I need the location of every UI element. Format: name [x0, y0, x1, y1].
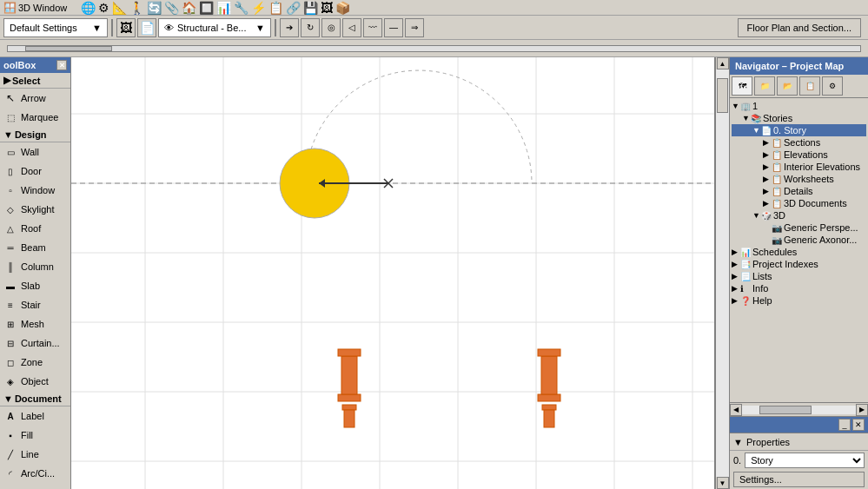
toolbar-btn-arrow[interactable]: ➔ [280, 18, 299, 37]
tool-arrow[interactable]: ↖ Arrow [0, 89, 70, 108]
tool-window[interactable]: ▫ Window [0, 181, 70, 200]
tool-door[interactable]: ▯ Door [0, 162, 70, 181]
toolbar-icon-15[interactable]: 🖼 [321, 1, 333, 15]
nav-tab-map[interactable]: 🗺 [732, 76, 752, 96]
tool-wall[interactable]: ▭ Wall [0, 142, 70, 162]
tree-item-stories[interactable]: ▼ 📚 Stories [732, 112, 866, 124]
toolbar-btn-wave[interactable]: 〰 [363, 18, 382, 37]
nav-tab-folder[interactable]: 📁 [754, 76, 775, 96]
tree-item-story0[interactable]: ▼ 📄 0. Story [732, 124, 866, 136]
settings-button[interactable]: Settings... [733, 472, 865, 487]
schedules-expand[interactable]: ▶ [732, 248, 740, 256]
floor-plan-button[interactable]: Floor Plan and Section... [738, 18, 861, 37]
toolbar-btn-dash[interactable]: — [384, 18, 403, 37]
tree-item-3d-documents[interactable]: ▶ 📋 3D Documents [732, 197, 866, 209]
canvas-vertical-scrollbar[interactable]: ▲ ▼ [715, 57, 729, 489]
tool-roof[interactable]: △ Roof [0, 219, 70, 238]
tool-marquee[interactable]: ⬚ Marquee [0, 108, 70, 127]
tool-slab[interactable]: ▬ Slab [0, 276, 70, 295]
tree-item-generic-persp[interactable]: 📷 Generic Perspe... [732, 221, 866, 234]
zoom-thumb[interactable] [25, 46, 112, 51]
tool-skylight[interactable]: ◇ Skylight [0, 200, 70, 219]
info-expand[interactable]: ▶ [732, 284, 740, 293]
story-dropdown[interactable]: Story [745, 453, 865, 468]
sections-expand[interactable]: ▶ [763, 138, 772, 147]
help-expand[interactable]: ▶ [732, 296, 740, 305]
toolbar-view-btn-2[interactable]: 📄 [137, 18, 156, 37]
tree-item-lists[interactable]: ▶ 📃 Lists [732, 270, 866, 282]
tree-item-elevations[interactable]: ▶ 📋 Elevations [732, 149, 866, 161]
scroll-left-button[interactable]: ◀ [730, 404, 742, 416]
tree-item-project-indexes[interactable]: ▶ 📑 Project Indexes [732, 258, 866, 270]
nav-horizontal-scrollbar[interactable]: ◀ ▶ [730, 402, 868, 416]
root-expand[interactable]: ▼ [732, 102, 740, 110]
toolbar-icon-9[interactable]: 📊 [216, 1, 231, 15]
toolbox-close-button[interactable]: ✕ [56, 60, 67, 70]
toolbar-view-btn-1[interactable]: 🖼 [116, 18, 136, 37]
h-scroll-thumb[interactable] [759, 406, 812, 414]
sub-panel-minimize[interactable]: _ [838, 419, 851, 431]
nav-tab-new[interactable]: 📂 [777, 76, 798, 96]
canvas-area[interactable] [71, 57, 715, 489]
structural-dropdown[interactable]: 👁 Structural - Be... ▼ [158, 18, 271, 37]
design-section[interactable]: ▼ Design [0, 127, 70, 142]
scroll-down-button[interactable]: ▼ [717, 477, 729, 489]
stories-expand[interactable]: ▼ [742, 114, 751, 122]
toolbar-icon-6[interactable]: 📎 [164, 1, 179, 15]
tool-column[interactable]: ║ Column [0, 257, 70, 276]
tree-item-info[interactable]: ▶ ℹ Info [732, 282, 866, 294]
proj-idx-expand[interactable]: ▶ [732, 260, 740, 268]
toolbar-icon-16[interactable]: 📦 [335, 1, 350, 15]
zoom-bar[interactable] [7, 45, 861, 52]
tree-item-root[interactable]: ▼ 🏢 1 [732, 100, 866, 112]
tool-zone[interactable]: ◻ Zone [0, 353, 70, 372]
tool-stair[interactable]: ≡ Stair [0, 295, 70, 314]
tool-mesh[interactable]: ⊞ Mesh [0, 314, 70, 334]
toolbar-btn-left[interactable]: ◁ [342, 18, 361, 37]
h-scroll-track[interactable] [742, 406, 856, 414]
tool-label[interactable]: A Label [0, 406, 70, 426]
toolbar-icon-12[interactable]: 📋 [268, 1, 283, 15]
lists-expand[interactable]: ▶ [732, 272, 740, 281]
toolbar-icon-5[interactable]: 🔄 [147, 1, 162, 15]
3d-expand[interactable]: ▼ [752, 211, 761, 220]
toolbar-icon-11[interactable]: ⚡ [251, 1, 266, 15]
toolbar-btn-snap[interactable]: ◎ [321, 18, 341, 37]
story0-expand[interactable]: ▼ [752, 126, 761, 135]
tool-beam[interactable]: ═ Beam [0, 238, 70, 257]
tool-fill[interactable]: ▪ Fill [0, 426, 70, 445]
tree-area[interactable]: ▼ 🏢 1 ▼ 📚 Stories ▼ 📄 0. Story [730, 98, 868, 402]
tree-item-worksheets[interactable]: ▶ 📋 Worksheets [732, 173, 866, 185]
tree-item-3d[interactable]: ▼ 🎲 3D [732, 209, 866, 221]
tool-line[interactable]: ╱ Line [0, 445, 70, 464]
toolbar-icon-14[interactable]: 💾 [303, 1, 318, 15]
toolbar-icon-4[interactable]: 🚶 [129, 1, 144, 15]
toolbar-icon-8[interactable]: 🔲 [199, 1, 214, 15]
toolbar-icon-7[interactable]: 🏠 [182, 1, 196, 15]
toolbar-icon-1[interactable]: 🌐 [81, 1, 96, 15]
tree-item-interior-elevations[interactable]: ▶ 📋 Interior Elevations [732, 161, 866, 173]
worksheets-expand[interactable]: ▶ [763, 175, 772, 183]
toolbar-icon-13[interactable]: 🔗 [286, 1, 301, 15]
select-section[interactable]: ▶ Select [0, 73, 70, 89]
elevations-expand[interactable]: ▶ [763, 150, 772, 159]
tree-item-generic-axon[interactable]: 📷 Generic Axonor... [732, 234, 866, 246]
tree-item-sections[interactable]: ▶ 📋 Sections [732, 136, 866, 149]
toolbar-btn-rotate[interactable]: ↻ [301, 18, 320, 37]
tool-curtain[interactable]: ⊟ Curtain... [0, 334, 70, 353]
details-expand[interactable]: ▶ [763, 187, 772, 195]
toolbar-icon-3[interactable]: 📐 [112, 1, 127, 15]
sub-panel-close[interactable]: ✕ [852, 419, 865, 431]
toolbar-btn-arrow2[interactable]: ⇒ [405, 18, 424, 37]
3d-window-menu[interactable]: 🪟 3D Window [3, 2, 67, 14]
toolbar-icon-2[interactable]: ⚙ [98, 1, 109, 15]
scroll-up-button[interactable]: ▲ [717, 57, 729, 69]
tool-object[interactable]: ◈ Object [0, 372, 70, 391]
tree-item-help[interactable]: ▶ ❓ Help [732, 294, 866, 307]
nav-tab-settings[interactable]: ⚙ [822, 76, 843, 96]
default-settings-dropdown[interactable]: Default Settings ▼ [3, 18, 108, 37]
tree-item-schedules[interactable]: ▶ 📊 Schedules [732, 246, 866, 258]
3d-docs-expand[interactable]: ▶ [763, 199, 772, 208]
scroll-right-button[interactable]: ▶ [856, 404, 868, 416]
scroll-thumb[interactable] [717, 78, 728, 113]
